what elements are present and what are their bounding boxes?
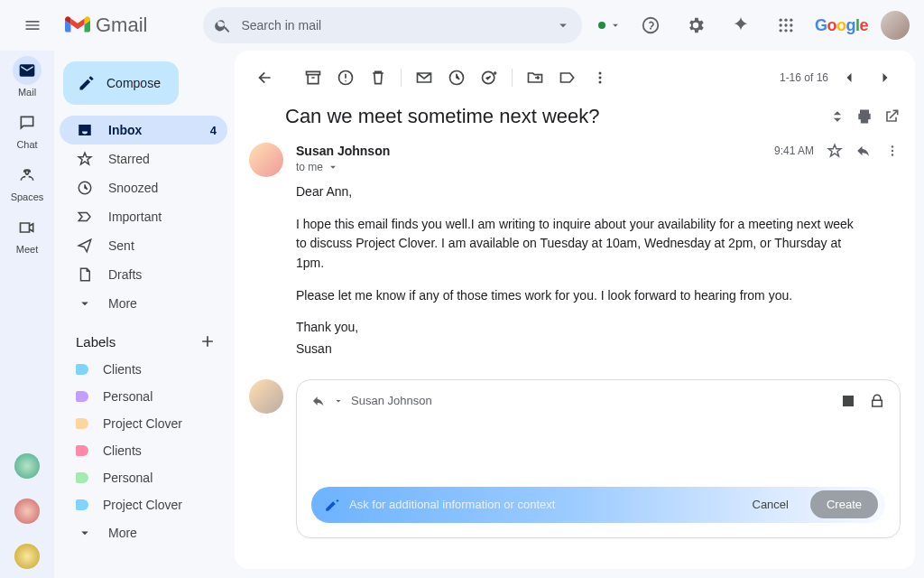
report-icon <box>337 69 355 87</box>
ai-input[interactable] <box>349 498 731 511</box>
rail-chat[interactable]: Chat <box>4 108 51 150</box>
back-button[interactable] <box>249 62 280 93</box>
google-logo[interactable]: Google <box>815 16 868 35</box>
body-signature: Susan <box>296 340 864 359</box>
to-me-text: to me <box>296 161 323 173</box>
nav-starred-label: Starred <box>108 152 150 166</box>
sparkle-icon <box>731 15 751 35</box>
reply-editor[interactable] <box>311 409 885 487</box>
lock-icon[interactable] <box>869 393 885 409</box>
chat-icon <box>18 114 36 132</box>
chevron-down-icon <box>77 295 93 312</box>
ai-create-button[interactable]: Create <box>810 490 878 518</box>
rail-contact-1[interactable] <box>14 453 40 479</box>
archive-button[interactable] <box>298 62 328 93</box>
label-clients-2[interactable]: Clients <box>60 437 227 464</box>
nav-starred[interactable]: Starred <box>60 144 227 173</box>
add-task-icon <box>480 69 498 87</box>
nav-sent-label: Sent <box>108 238 134 253</box>
support-button[interactable] <box>634 9 667 42</box>
move-button[interactable] <box>520 62 550 93</box>
svg-point-6 <box>779 29 781 32</box>
label-personal-1[interactable]: Personal <box>60 383 227 410</box>
add-label-button[interactable] <box>199 332 217 350</box>
nav-important[interactable]: Important <box>60 202 227 231</box>
more-button[interactable] <box>585 62 615 93</box>
label-icon <box>559 69 577 87</box>
popout-icon[interactable] <box>840 393 856 409</box>
rail-meet[interactable]: Meet <box>4 213 51 255</box>
mark-unread-button[interactable] <box>409 62 439 93</box>
add-task-button[interactable] <box>474 62 504 93</box>
apps-button[interactable] <box>770 9 802 42</box>
reply-box[interactable]: Susan Johnson Cancel Create <box>296 379 901 538</box>
ai-cancel-button[interactable]: Cancel <box>740 492 801 517</box>
more-vert-icon[interactable] <box>884 143 901 159</box>
svg-point-18 <box>892 154 893 155</box>
inbox-icon <box>77 122 93 138</box>
label-project-2[interactable]: Project Clover <box>60 491 227 518</box>
tune-icon[interactable] <box>555 17 571 33</box>
chevron-right-icon <box>876 69 894 87</box>
svg-point-0 <box>779 19 781 22</box>
label-text: Personal <box>103 471 152 485</box>
expand-icon[interactable] <box>828 107 846 126</box>
rail-mail[interactable]: Mail <box>4 56 51 98</box>
compose-button[interactable]: Compose <box>63 61 179 105</box>
svg-point-3 <box>779 23 781 26</box>
svg-point-13 <box>599 72 602 75</box>
rail-spaces[interactable]: Spaces <box>4 161 51 202</box>
account-avatar[interactable] <box>881 11 910 40</box>
nav-sent[interactable]: Sent <box>60 231 227 260</box>
meet-icon <box>18 219 36 237</box>
label-swatch-icon <box>76 391 88 402</box>
message-time: 9:41 AM <box>774 144 814 157</box>
rail-contact-2[interactable] <box>14 499 40 524</box>
open-new-icon[interactable] <box>882 107 901 126</box>
star-button[interactable] <box>827 143 843 159</box>
labels-header: Labels <box>60 318 227 356</box>
menu-button[interactable] <box>14 7 51 43</box>
settings-button[interactable] <box>679 9 712 42</box>
label-swatch-icon <box>76 418 88 429</box>
label-project-1[interactable]: Project Clover <box>60 410 227 437</box>
important-icon <box>77 209 93 225</box>
label-text: Clients <box>103 443 142 458</box>
print-icon[interactable] <box>855 107 873 126</box>
reply-recipient: Susan Johnson <box>351 394 432 407</box>
sender-avatar[interactable] <box>249 143 283 177</box>
rail-contact-3[interactable] <box>14 544 40 569</box>
spaces-icon <box>18 166 36 184</box>
pencil-icon <box>78 74 96 92</box>
gmail-logo[interactable]: Gmail <box>65 14 147 37</box>
svg-point-8 <box>790 29 792 32</box>
labels-button[interactable] <box>552 62 583 93</box>
status-indicator[interactable] <box>598 19 622 32</box>
prev-button[interactable] <box>834 62 864 93</box>
next-button[interactable] <box>870 62 901 93</box>
spam-button[interactable] <box>330 62 361 93</box>
reply-button[interactable] <box>855 143 872 159</box>
reply-icon[interactable] <box>311 394 326 408</box>
nav-inbox[interactable]: Inbox 4 <box>60 116 227 144</box>
label-clients-1[interactable]: Clients <box>60 356 227 383</box>
search-input[interactable] <box>241 18 546 33</box>
label-personal-2[interactable]: Personal <box>60 464 227 491</box>
nav-important-label: Important <box>108 210 162 224</box>
nav-drafts[interactable]: Drafts <box>60 260 227 289</box>
drafts-icon <box>77 266 93 283</box>
chevron-down-icon[interactable] <box>333 396 344 406</box>
to-line[interactable]: to me <box>296 161 901 173</box>
nav-more[interactable]: More <box>60 289 227 318</box>
message-toolbar: 1-16 of 16 <box>249 58 901 98</box>
delete-button[interactable] <box>363 62 393 93</box>
nav-inbox-count: 4 <box>210 124 217 137</box>
archive-icon <box>304 69 322 87</box>
snooze-button[interactable] <box>441 62 472 93</box>
my-avatar[interactable] <box>249 379 283 414</box>
nav-snoozed[interactable]: Snoozed <box>60 173 227 202</box>
labels-more[interactable]: More <box>60 518 227 547</box>
search-bar[interactable] <box>203 7 582 43</box>
gemini-button[interactable] <box>725 9 757 42</box>
apps-grid-icon <box>777 16 795 34</box>
